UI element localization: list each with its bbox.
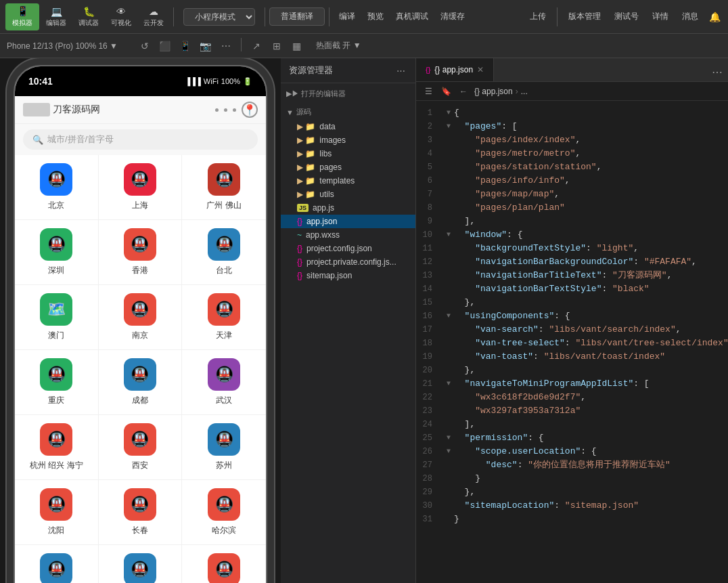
stop-icon[interactable]: ⬛ bbox=[157, 38, 173, 54]
code-area[interactable]: 1▼{2▼ "pages": [3 "pages/index/index",4 … bbox=[416, 101, 728, 583]
phone-icon[interactable]: 📱 bbox=[177, 38, 194, 54]
fold-arrow[interactable]: ▼ bbox=[443, 228, 454, 242]
line-number: 20 bbox=[416, 364, 443, 377]
grid-icon[interactable]: ▦ bbox=[289, 38, 305, 54]
refresh-icon[interactable]: ↺ bbox=[137, 38, 153, 54]
city-item[interactable]: 🗺️澳门 bbox=[15, 285, 99, 350]
breadcrumb-sep: › bbox=[516, 87, 518, 96]
detail-btn[interactable]: 详情 bbox=[647, 8, 674, 25]
translate-btn[interactable]: 普通翻译 bbox=[269, 7, 325, 26]
visual-btn[interactable]: 👁 可视化 bbox=[106, 3, 137, 30]
tab-app-json[interactable]: {} {} app.json ✕ bbox=[416, 58, 494, 81]
simulator-btn[interactable]: 📱 模拟器 bbox=[5, 3, 39, 30]
tab-close-btn[interactable]: ✕ bbox=[477, 65, 484, 74]
line-content: "pages/index/index", bbox=[454, 133, 728, 147]
toggle-sidebar-btn[interactable]: ☰ bbox=[422, 85, 435, 98]
fold-arrow[interactable]: ▼ bbox=[443, 445, 454, 458]
bell-icon[interactable]: 🔔 bbox=[706, 9, 723, 25]
city-item[interactable]: 🚇哈尔滨 bbox=[182, 480, 266, 545]
code-line: 7 "pages/map/map", bbox=[416, 188, 728, 201]
version-btn[interactable]: 版本管理 bbox=[563, 8, 606, 25]
editor-btn[interactable]: 💻 编辑器 bbox=[41, 3, 72, 30]
city-item[interactable]: 🚇长沙 bbox=[15, 545, 99, 583]
screenshot-icon[interactable]: 📷 bbox=[198, 38, 214, 54]
city-item[interactable]: 🚇长春 bbox=[99, 480, 183, 545]
city-item[interactable]: 🚇武汉 bbox=[182, 350, 266, 415]
fold-arrow[interactable]: ▼ bbox=[443, 431, 454, 445]
preview-btn[interactable]: 预览 bbox=[362, 8, 389, 25]
line-content: }, bbox=[454, 296, 728, 309]
mode-selector[interactable]: 小程序模式 bbox=[183, 8, 255, 26]
city-item[interactable]: 🚇苏州 bbox=[182, 415, 266, 480]
hotspot-btn[interactable]: 热面截 开 ▼ bbox=[316, 40, 361, 51]
line-number: 16 bbox=[416, 309, 443, 323]
city-item[interactable]: 🚇香港 bbox=[99, 220, 183, 285]
code-line: 18 "van-tree-select": "libs/vant/tree-se… bbox=[416, 337, 728, 350]
top-toolbar: 📱 模拟器 💻 编辑器 🐛 调试器 👁 可视化 ☁ 云开发 小程序模式 普通翻译… bbox=[0, 0, 728, 34]
city-item[interactable]: 🚇成都 bbox=[99, 350, 183, 415]
compile-btn[interactable]: 编译 bbox=[334, 8, 361, 25]
city-name: 香港 bbox=[132, 265, 148, 276]
layers-icon[interactable]: ⊞ bbox=[269, 38, 285, 54]
city-name: 重庆 bbox=[48, 395, 64, 406]
line-content: "pages/plan/plan" bbox=[454, 201, 728, 215]
file-panel-header: 资源管理器 ⋯ bbox=[281, 58, 415, 83]
file-tree-item[interactable]: ▶ 📁 pages bbox=[281, 160, 415, 174]
file-tree-item[interactable]: {} project.private.config.js... bbox=[281, 255, 415, 269]
city-item[interactable]: 🚇无锡 bbox=[182, 545, 266, 583]
file-tree-item[interactable]: JS app.js bbox=[281, 201, 415, 215]
city-item[interactable]: 🚇沈阳 bbox=[15, 480, 99, 545]
city-icon: 🚇 bbox=[124, 358, 156, 391]
line-content: "pages/map/map", bbox=[454, 188, 728, 201]
search-bar[interactable]: 🔍 城市/拼音/首字母 bbox=[23, 129, 258, 150]
city-item[interactable]: 🚇天津 bbox=[182, 285, 266, 350]
root-section-header[interactable]: ▼ 源码 bbox=[281, 104, 415, 120]
phone-logo bbox=[23, 103, 50, 116]
more-icon[interactable]: ⋯ bbox=[218, 38, 234, 54]
city-item[interactable]: 🚇上海 bbox=[99, 155, 183, 220]
city-item[interactable]: 🚇深圳 bbox=[15, 220, 99, 285]
dot3 bbox=[233, 108, 236, 112]
city-item[interactable]: 🚇宁波 bbox=[99, 545, 183, 583]
debug-btn[interactable]: 🐛 调试器 bbox=[73, 3, 104, 30]
line-number: 24 bbox=[416, 418, 443, 431]
editor-more-btn[interactable]: ⋯ bbox=[706, 63, 728, 81]
city-item[interactable]: 🚇重庆 bbox=[15, 350, 99, 415]
file-tree-item[interactable]: {} sitemap.json bbox=[281, 269, 415, 282]
city-item[interactable]: 🚇广州 佛山 bbox=[182, 155, 266, 220]
city-name: 成都 bbox=[132, 395, 148, 406]
toolbar2-sep bbox=[241, 38, 242, 51]
city-item[interactable]: 🚇南京 bbox=[99, 285, 183, 350]
file-tree-item[interactable]: {} app.json bbox=[281, 215, 415, 228]
open-editors-header[interactable]: ▶ ▶ 打开的编辑器 bbox=[281, 86, 415, 102]
city-item[interactable]: 🚇台北 bbox=[182, 220, 266, 285]
fold-arrow[interactable]: ▼ bbox=[443, 106, 454, 120]
new-file-icon[interactable]: ⋯ bbox=[394, 64, 407, 77]
location-icon[interactable]: 📍 bbox=[242, 102, 258, 118]
test-btn[interactable]: 测试号 bbox=[609, 8, 644, 25]
notice-btn[interactable]: 消息 bbox=[677, 8, 704, 25]
file-tree-item[interactable]: {} project.config.json bbox=[281, 242, 415, 255]
fold-arrow[interactable]: ▼ bbox=[443, 377, 454, 391]
json-icon: {} bbox=[297, 217, 302, 226]
file-tree-item[interactable]: ▶ 📁 images bbox=[281, 133, 415, 147]
file-tree-item[interactable]: ~ app.wxss bbox=[281, 228, 415, 242]
file-tree-item[interactable]: ▶ 📁 data bbox=[281, 120, 415, 133]
city-item[interactable]: 🚇西安 bbox=[99, 415, 183, 480]
clear-storage-btn[interactable]: 清缓存 bbox=[435, 8, 470, 25]
back-btn[interactable]: ← bbox=[457, 85, 470, 98]
real-debug-btn[interactable]: 真机调试 bbox=[390, 8, 434, 25]
fold-arrow[interactable]: ▼ bbox=[443, 309, 454, 323]
cloud-btn[interactable]: ☁ 云开发 bbox=[138, 3, 169, 30]
tab-icon: {} bbox=[426, 66, 430, 74]
city-item[interactable]: 🚇北京 bbox=[15, 155, 99, 220]
file-tree-item[interactable]: ▶ 📁 utils bbox=[281, 188, 415, 201]
select-icon[interactable]: ↗ bbox=[248, 38, 265, 54]
file-tree-item[interactable]: ▶ 📁 libs bbox=[281, 147, 415, 160]
city-item[interactable]: 🚇杭州 绍兴 海宁 bbox=[15, 415, 99, 480]
file-tree-item[interactable]: ▶ 📁 templates bbox=[281, 174, 415, 188]
code-line: 25▼ "permission": { bbox=[416, 431, 728, 445]
bookmark-btn[interactable]: 🔖 bbox=[439, 85, 453, 98]
upload-btn[interactable]: 上传 bbox=[524, 8, 551, 25]
fold-arrow[interactable]: ▼ bbox=[443, 120, 454, 133]
